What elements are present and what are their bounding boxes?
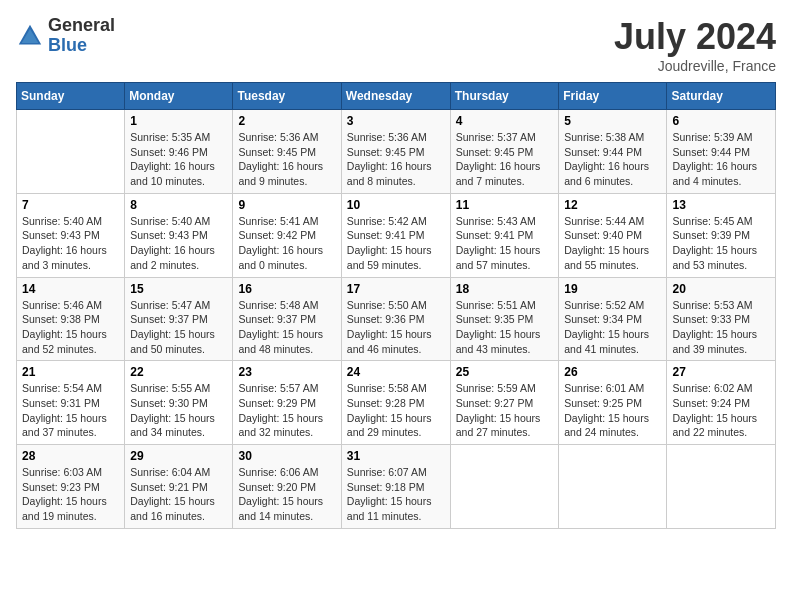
day-info: Sunrise: 5:57 AMSunset: 9:29 PMDaylight:… bbox=[238, 381, 335, 440]
calendar-cell: 30Sunrise: 6:06 AMSunset: 9:20 PMDayligh… bbox=[233, 445, 341, 529]
logo-text: General Blue bbox=[48, 16, 115, 56]
calendar-header: SundayMondayTuesdayWednesdayThursdayFrid… bbox=[17, 83, 776, 110]
day-info: Sunrise: 5:59 AMSunset: 9:27 PMDaylight:… bbox=[456, 381, 554, 440]
day-number: 8 bbox=[130, 198, 227, 212]
calendar-location: Joudreville, France bbox=[614, 58, 776, 74]
calendar-week-row: 14Sunrise: 5:46 AMSunset: 9:38 PMDayligh… bbox=[17, 277, 776, 361]
column-header-saturday: Saturday bbox=[667, 83, 776, 110]
calendar-cell: 29Sunrise: 6:04 AMSunset: 9:21 PMDayligh… bbox=[125, 445, 233, 529]
calendar-cell: 11Sunrise: 5:43 AMSunset: 9:41 PMDayligh… bbox=[450, 193, 559, 277]
day-info: Sunrise: 6:01 AMSunset: 9:25 PMDaylight:… bbox=[564, 381, 661, 440]
calendar-cell: 31Sunrise: 6:07 AMSunset: 9:18 PMDayligh… bbox=[341, 445, 450, 529]
logo-blue-text: Blue bbox=[48, 36, 115, 56]
day-info: Sunrise: 5:47 AMSunset: 9:37 PMDaylight:… bbox=[130, 298, 227, 357]
calendar-cell: 17Sunrise: 5:50 AMSunset: 9:36 PMDayligh… bbox=[341, 277, 450, 361]
calendar-cell: 18Sunrise: 5:51 AMSunset: 9:35 PMDayligh… bbox=[450, 277, 559, 361]
calendar-cell: 16Sunrise: 5:48 AMSunset: 9:37 PMDayligh… bbox=[233, 277, 341, 361]
calendar-cell: 10Sunrise: 5:42 AMSunset: 9:41 PMDayligh… bbox=[341, 193, 450, 277]
day-info: Sunrise: 5:48 AMSunset: 9:37 PMDaylight:… bbox=[238, 298, 335, 357]
day-number: 24 bbox=[347, 365, 445, 379]
day-number: 26 bbox=[564, 365, 661, 379]
calendar-cell: 23Sunrise: 5:57 AMSunset: 9:29 PMDayligh… bbox=[233, 361, 341, 445]
calendar-title: July 2024 bbox=[614, 16, 776, 58]
day-info: Sunrise: 5:38 AMSunset: 9:44 PMDaylight:… bbox=[564, 130, 661, 189]
column-header-wednesday: Wednesday bbox=[341, 83, 450, 110]
day-number: 21 bbox=[22, 365, 119, 379]
calendar-cell bbox=[450, 445, 559, 529]
day-info: Sunrise: 5:54 AMSunset: 9:31 PMDaylight:… bbox=[22, 381, 119, 440]
calendar-cell: 14Sunrise: 5:46 AMSunset: 9:38 PMDayligh… bbox=[17, 277, 125, 361]
day-info: Sunrise: 5:43 AMSunset: 9:41 PMDaylight:… bbox=[456, 214, 554, 273]
column-header-tuesday: Tuesday bbox=[233, 83, 341, 110]
calendar-cell: 12Sunrise: 5:44 AMSunset: 9:40 PMDayligh… bbox=[559, 193, 667, 277]
day-number: 5 bbox=[564, 114, 661, 128]
day-info: Sunrise: 5:45 AMSunset: 9:39 PMDaylight:… bbox=[672, 214, 770, 273]
day-number: 29 bbox=[130, 449, 227, 463]
day-info: Sunrise: 5:53 AMSunset: 9:33 PMDaylight:… bbox=[672, 298, 770, 357]
calendar-cell: 20Sunrise: 5:53 AMSunset: 9:33 PMDayligh… bbox=[667, 277, 776, 361]
day-number: 13 bbox=[672, 198, 770, 212]
day-number: 6 bbox=[672, 114, 770, 128]
day-number: 25 bbox=[456, 365, 554, 379]
day-info: Sunrise: 5:42 AMSunset: 9:41 PMDaylight:… bbox=[347, 214, 445, 273]
day-number: 28 bbox=[22, 449, 119, 463]
day-number: 22 bbox=[130, 365, 227, 379]
column-header-friday: Friday bbox=[559, 83, 667, 110]
calendar-cell: 5Sunrise: 5:38 AMSunset: 9:44 PMDaylight… bbox=[559, 110, 667, 194]
day-info: Sunrise: 6:03 AMSunset: 9:23 PMDaylight:… bbox=[22, 465, 119, 524]
calendar-cell bbox=[667, 445, 776, 529]
day-info: Sunrise: 6:02 AMSunset: 9:24 PMDaylight:… bbox=[672, 381, 770, 440]
calendar-cell: 24Sunrise: 5:58 AMSunset: 9:28 PMDayligh… bbox=[341, 361, 450, 445]
day-info: Sunrise: 5:46 AMSunset: 9:38 PMDaylight:… bbox=[22, 298, 119, 357]
logo: General Blue bbox=[16, 16, 115, 56]
day-info: Sunrise: 5:39 AMSunset: 9:44 PMDaylight:… bbox=[672, 130, 770, 189]
day-number: 14 bbox=[22, 282, 119, 296]
calendar-table: SundayMondayTuesdayWednesdayThursdayFrid… bbox=[16, 82, 776, 529]
calendar-cell: 26Sunrise: 6:01 AMSunset: 9:25 PMDayligh… bbox=[559, 361, 667, 445]
day-number: 12 bbox=[564, 198, 661, 212]
day-number: 11 bbox=[456, 198, 554, 212]
day-number: 16 bbox=[238, 282, 335, 296]
day-number: 4 bbox=[456, 114, 554, 128]
calendar-cell bbox=[559, 445, 667, 529]
day-info: Sunrise: 5:40 AMSunset: 9:43 PMDaylight:… bbox=[130, 214, 227, 273]
column-header-thursday: Thursday bbox=[450, 83, 559, 110]
day-number: 18 bbox=[456, 282, 554, 296]
calendar-week-row: 1Sunrise: 5:35 AMSunset: 9:46 PMDaylight… bbox=[17, 110, 776, 194]
day-info: Sunrise: 5:35 AMSunset: 9:46 PMDaylight:… bbox=[130, 130, 227, 189]
calendar-cell: 15Sunrise: 5:47 AMSunset: 9:37 PMDayligh… bbox=[125, 277, 233, 361]
day-number: 20 bbox=[672, 282, 770, 296]
calendar-week-row: 28Sunrise: 6:03 AMSunset: 9:23 PMDayligh… bbox=[17, 445, 776, 529]
day-number: 7 bbox=[22, 198, 119, 212]
day-info: Sunrise: 5:44 AMSunset: 9:40 PMDaylight:… bbox=[564, 214, 661, 273]
logo-icon bbox=[16, 22, 44, 50]
calendar-cell: 21Sunrise: 5:54 AMSunset: 9:31 PMDayligh… bbox=[17, 361, 125, 445]
calendar-week-row: 7Sunrise: 5:40 AMSunset: 9:43 PMDaylight… bbox=[17, 193, 776, 277]
day-number: 10 bbox=[347, 198, 445, 212]
day-info: Sunrise: 5:41 AMSunset: 9:42 PMDaylight:… bbox=[238, 214, 335, 273]
day-info: Sunrise: 5:51 AMSunset: 9:35 PMDaylight:… bbox=[456, 298, 554, 357]
calendar-cell: 7Sunrise: 5:40 AMSunset: 9:43 PMDaylight… bbox=[17, 193, 125, 277]
day-number: 19 bbox=[564, 282, 661, 296]
day-number: 3 bbox=[347, 114, 445, 128]
day-info: Sunrise: 5:58 AMSunset: 9:28 PMDaylight:… bbox=[347, 381, 445, 440]
day-number: 1 bbox=[130, 114, 227, 128]
calendar-cell: 13Sunrise: 5:45 AMSunset: 9:39 PMDayligh… bbox=[667, 193, 776, 277]
day-info: Sunrise: 6:07 AMSunset: 9:18 PMDaylight:… bbox=[347, 465, 445, 524]
calendar-week-row: 21Sunrise: 5:54 AMSunset: 9:31 PMDayligh… bbox=[17, 361, 776, 445]
title-block: July 2024 Joudreville, France bbox=[614, 16, 776, 74]
calendar-cell: 25Sunrise: 5:59 AMSunset: 9:27 PMDayligh… bbox=[450, 361, 559, 445]
day-info: Sunrise: 5:50 AMSunset: 9:36 PMDaylight:… bbox=[347, 298, 445, 357]
column-header-monday: Monday bbox=[125, 83, 233, 110]
calendar-cell: 9Sunrise: 5:41 AMSunset: 9:42 PMDaylight… bbox=[233, 193, 341, 277]
logo-general-text: General bbox=[48, 16, 115, 36]
day-number: 2 bbox=[238, 114, 335, 128]
day-info: Sunrise: 6:04 AMSunset: 9:21 PMDaylight:… bbox=[130, 465, 227, 524]
calendar-cell: 2Sunrise: 5:36 AMSunset: 9:45 PMDaylight… bbox=[233, 110, 341, 194]
calendar-body: 1Sunrise: 5:35 AMSunset: 9:46 PMDaylight… bbox=[17, 110, 776, 529]
day-number: 23 bbox=[238, 365, 335, 379]
day-info: Sunrise: 5:36 AMSunset: 9:45 PMDaylight:… bbox=[238, 130, 335, 189]
page-header: General Blue July 2024 Joudreville, Fran… bbox=[16, 16, 776, 74]
day-info: Sunrise: 5:55 AMSunset: 9:30 PMDaylight:… bbox=[130, 381, 227, 440]
day-number: 17 bbox=[347, 282, 445, 296]
